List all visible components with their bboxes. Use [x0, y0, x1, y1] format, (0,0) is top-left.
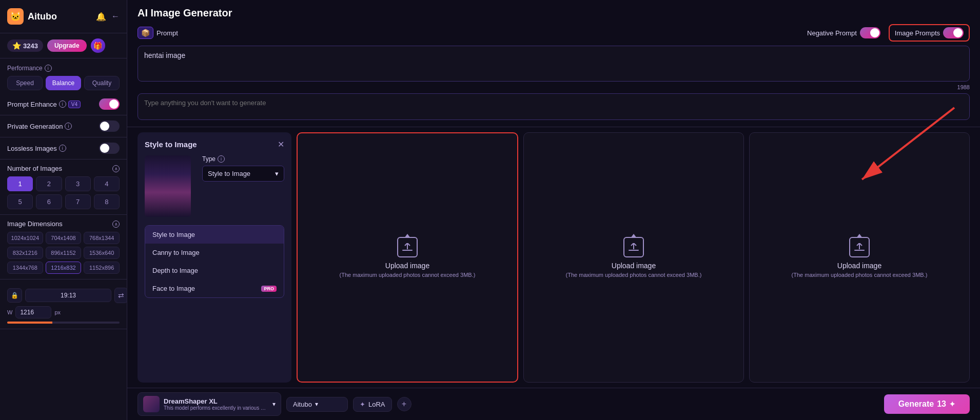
model-info: DreamShaper XL This model performs excel… — [164, 397, 268, 411]
private-gen-info-icon[interactable]: i — [65, 123, 72, 130]
sti-controls: Type i Style to Image ▾ — [202, 155, 284, 221]
dim-btn-1024[interactable]: 1024x1024 — [7, 232, 43, 244]
generate-count: 13 — [937, 399, 946, 409]
upload-sub-2: (The maximum uploaded photos cannot exce… — [566, 272, 702, 278]
balance-button[interactable]: Balance — [46, 76, 81, 90]
performance-info-icon[interactable]: i — [45, 65, 52, 72]
generate-label: Generate — [898, 399, 934, 409]
style-to-image-panel: Style to Image ✕ Type i Style to Image ▾ — [138, 132, 291, 383]
num-btn-4[interactable]: 4 — [94, 176, 120, 191]
negative-prompt-toggle-row: Negative Prompt — [807, 27, 880, 38]
dropdown-item-canny[interactable]: Canny to Image — [145, 244, 284, 262]
upload-box-2[interactable]: Upload image (The maximum uploaded photo… — [523, 132, 744, 383]
upload-box-3[interactable]: Upload image (The maximum uploaded photo… — [749, 132, 970, 383]
face-pro-tag: PRO — [261, 286, 277, 292]
dropdown-item-style[interactable]: Style to Image — [145, 226, 284, 244]
image-dimensions-section: Image Dimensions ∧ 1024x1024 704x1408 76… — [0, 215, 127, 279]
sti-panel-title: Style to Image — [145, 140, 197, 149]
gift-button[interactable]: 🎁 — [91, 38, 105, 53]
model-selector[interactable]: DreamShaper XL This model performs excel… — [138, 392, 281, 416]
dim-btn-704[interactable]: 704x1408 — [46, 232, 82, 244]
generate-sparkle-icon: ✦ — [949, 400, 955, 408]
sti-panel-header: Style to Image ✕ — [145, 139, 284, 149]
v4-badge: V4 — [68, 101, 81, 108]
upload-box-1[interactable]: Upload image (The maximum uploaded photo… — [297, 132, 518, 383]
swap-button[interactable]: ⇄ — [114, 288, 127, 303]
dim-btn-768[interactable]: 768x1344 — [84, 232, 120, 244]
prompt-row: 📦 Prompt Negative Prompt Image Prompts — [138, 24, 970, 42]
prompt-icon: 📦 — [138, 27, 153, 39]
prompt-enhance-info-icon[interactable]: i — [59, 101, 66, 108]
model-chevron-icon: ▾ — [272, 401, 276, 408]
dim-btn-1536[interactable]: 1536x640 — [84, 247, 120, 259]
upload-icon-3 — [849, 237, 870, 257]
notification-icon[interactable]: 🔔 — [96, 12, 106, 22]
type-dropdown-menu: Style to Image Canny to Image Depth to I… — [145, 225, 284, 298]
width-slider[interactable] — [7, 322, 120, 324]
performance-buttons: Speed Balance Quality — [7, 76, 120, 90]
image-prompts-toggle-row: Image Prompts — [889, 24, 970, 42]
upload-sub-3: (The maximum uploaded photos cannot exce… — [792, 272, 928, 278]
private-gen-label: Private Generation i — [7, 123, 72, 130]
upgrade-button[interactable]: Upgrade — [47, 39, 87, 52]
negative-prompt-toggle[interactable] — [860, 27, 880, 38]
dim-btn-896[interactable]: 896x1152 — [46, 247, 82, 259]
dim-btn-1344[interactable]: 1344x768 — [7, 262, 43, 274]
sidebar-header: 🐱 Aitubo 🔔 ← — [0, 0, 127, 33]
star-icon: ⭐ — [12, 42, 21, 50]
num-btn-8[interactable]: 8 — [94, 194, 120, 209]
speed-button[interactable]: Speed — [7, 76, 43, 90]
prompt-textarea[interactable]: hentai image — [138, 46, 970, 82]
num-btn-5[interactable]: 5 — [7, 194, 33, 209]
lora-label: LoRA — [368, 401, 385, 408]
prompt-enhance-label: Prompt Enhance i V4 — [7, 101, 81, 108]
num-btn-2[interactable]: 2 — [36, 176, 62, 191]
style-selector[interactable]: Aitubo ▾ — [286, 397, 348, 412]
app-name: Aitubo — [28, 11, 57, 22]
lock-button[interactable]: 🔒 — [7, 288, 22, 303]
prompt-label: 📦 Prompt — [138, 27, 178, 39]
num-btn-3[interactable]: 3 — [65, 176, 91, 191]
lossless-info-icon[interactable]: i — [59, 145, 66, 152]
negative-prompt-textarea[interactable] — [138, 93, 970, 120]
dropdown-item-depth[interactable]: Depth to Image — [145, 262, 284, 279]
model-desc: This model performs excellently in vario… — [164, 405, 266, 411]
performance-section: Performance i Speed Balance Quality — [0, 58, 127, 93]
page-title: AI Image Generator — [138, 7, 970, 19]
lora-button[interactable]: ✦ LoRA — [353, 397, 392, 412]
dim-btn-832[interactable]: 832x1216 — [7, 247, 43, 259]
image-prompts-toggle[interactable] — [943, 27, 964, 38]
lora-add-button[interactable]: + — [397, 397, 411, 411]
type-dropdown[interactable]: Style to Image ▾ — [202, 166, 284, 182]
private-gen-toggle[interactable] — [99, 121, 120, 132]
num-images-grid: 1 2 3 4 5 6 7 8 — [7, 176, 120, 209]
upload-text-2: Upload image — [612, 262, 656, 270]
sti-image-placeholder — [145, 155, 191, 217]
dropdown-item-face[interactable]: Face to Image PRO — [145, 279, 284, 297]
num-btn-1[interactable]: 1 — [7, 176, 33, 191]
prompt-enhance-toggle[interactable] — [99, 98, 120, 110]
num-images-info-icon[interactable]: ∧ — [112, 165, 120, 172]
sti-close-button[interactable]: ✕ — [278, 139, 284, 149]
lossless-toggle[interactable] — [99, 143, 120, 154]
dim-info-icon[interactable]: ∧ — [112, 221, 120, 228]
dim-btn-1152[interactable]: 1152x896 — [84, 262, 120, 274]
performance-label: Performance i — [7, 65, 120, 72]
credits-badge: ⭐ 3243 — [7, 39, 43, 52]
bottom-bar: DreamShaper XL This model performs excel… — [127, 388, 980, 420]
num-btn-7[interactable]: 7 — [65, 194, 91, 209]
back-icon[interactable]: ← — [111, 12, 120, 21]
app-logo: 🐱 — [7, 8, 24, 25]
num-images-label: Number of Images — [7, 165, 62, 172]
generate-button[interactable]: Generate 13 ✦ — [884, 394, 970, 414]
dim-btn-1216[interactable]: 1216x832 — [46, 262, 82, 274]
upload-sub-1: (The maximum uploaded photos cannot exce… — [340, 272, 476, 278]
width-input[interactable] — [15, 306, 51, 318]
num-btn-6[interactable]: 6 — [36, 194, 62, 209]
svg-rect-2 — [629, 250, 639, 251]
type-info-icon[interactable]: i — [218, 155, 225, 163]
quality-button[interactable]: Quality — [84, 76, 120, 90]
ratio-input[interactable] — [25, 289, 111, 302]
sparkle-icon: ✦ — [360, 401, 365, 408]
type-label: Type i — [202, 155, 284, 163]
